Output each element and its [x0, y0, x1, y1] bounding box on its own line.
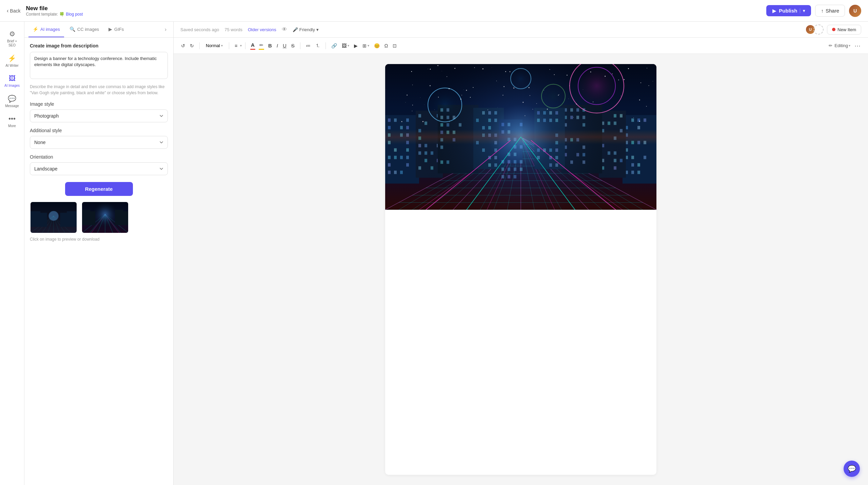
template-prefix: Content template:	[26, 12, 58, 17]
blog-post-link[interactable]: Blog post	[66, 12, 83, 17]
additional-style-label: Additional style	[30, 128, 168, 133]
text-color-underline	[250, 49, 255, 50]
file-info: New file Content template: 🍀 Blog post	[26, 5, 83, 17]
ai-writer-icon: ⚡	[8, 54, 16, 62]
tab-ai-images[interactable]: ⚡ AI images	[28, 22, 64, 37]
toolbar-sep-3	[245, 42, 245, 49]
toolbar-sep-2	[229, 42, 229, 49]
more-options-button[interactable]: ⋯	[852, 41, 863, 51]
doc-avatars: U	[805, 24, 824, 35]
text-style-dropdown[interactable]: Normal ▾	[203, 41, 225, 50]
tab-cc-images[interactable]: 🔍 CC images	[65, 22, 103, 37]
link-button[interactable]: 🔗	[329, 41, 339, 50]
special-char-button[interactable]: Ω	[382, 41, 390, 50]
media-chevron: ▾	[348, 44, 349, 47]
undo-button[interactable]: ↺	[179, 41, 187, 50]
create-image-title: Create image from description	[30, 43, 168, 48]
thumbnail-2[interactable]	[81, 201, 129, 234]
toolbar-sep-5	[326, 42, 326, 49]
sidebar-item-message[interactable]: 💬 Message	[2, 92, 22, 111]
orientation-select[interactable]: Landscape Portrait Square	[30, 162, 168, 175]
publish-button[interactable]: ▶ Publish ▾	[766, 5, 811, 16]
underline-button[interactable]: U	[281, 41, 289, 50]
brief-seo-icon: ⚙	[9, 30, 15, 38]
back-button[interactable]: ‹ Back	[7, 8, 20, 14]
sidebar-more-label: More	[8, 124, 16, 128]
italic-button[interactable]: I	[275, 41, 280, 50]
eye-icon[interactable]: 👁	[282, 26, 287, 33]
regenerate-button[interactable]: Regenerate	[65, 182, 133, 196]
prompt-hint: Describe the image in detail and then us…	[30, 84, 168, 96]
prompt-textarea[interactable]: Design a banner for a technology confere…	[30, 52, 168, 79]
header-right: ▶ Publish ▾ ↑ Share U	[766, 5, 861, 17]
more-toolbar-button[interactable]: ⊡	[391, 41, 399, 50]
editing-dropdown[interactable]: Editing ▾	[834, 43, 850, 48]
additional-style-select[interactable]: None Cinematic Vintage Dark Bright	[30, 136, 168, 149]
editing-chevron: ▾	[849, 44, 850, 47]
sidebar-item-more[interactable]: ••• More	[2, 112, 22, 131]
bullet-list-button[interactable]: ≔	[304, 41, 313, 50]
user-avatar[interactable]: U	[849, 5, 861, 17]
new-item-label: New Item	[837, 27, 856, 32]
toolbar-sep-4	[300, 42, 300, 49]
thumbnail-1[interactable]	[30, 201, 77, 234]
share-button[interactable]: ↑ Share	[815, 5, 845, 17]
text-color-a: A	[251, 42, 255, 49]
emoji-button[interactable]: 😊	[372, 41, 382, 50]
avatar-dashed	[813, 24, 824, 35]
redo-button[interactable]: ↻	[188, 41, 196, 50]
text-color-button[interactable]: A	[249, 40, 257, 51]
align-left-button[interactable]: ≡	[233, 41, 239, 50]
sidebar-message-label: Message	[5, 104, 19, 108]
panel-collapse-button[interactable]: ›	[162, 24, 169, 35]
top-header: ‹ Back New file Content template: 🍀 Blog…	[0, 0, 868, 22]
editor-canvas	[174, 54, 868, 485]
chat-bubble-button[interactable]: 💬	[844, 461, 860, 477]
tab-gifs-label: GIFs	[114, 27, 124, 32]
main-layout: ⚙ Brief + SEO ⚡ AI Writer 🖼 AI Images 💬 …	[0, 22, 868, 485]
older-versions-link[interactable]: Older versions	[248, 27, 276, 32]
file-title: New file	[26, 5, 83, 12]
highlight-underline	[259, 49, 264, 50]
toolbar-align-group: ≡ ▾	[233, 41, 242, 50]
highlight-button[interactable]: ✏	[257, 41, 265, 51]
toolbar-undo-group: ↺ ↻	[179, 41, 196, 50]
bold-button[interactable]: B	[266, 41, 274, 50]
media-button[interactable]: 🖼 ▾	[340, 41, 351, 50]
word-count: 75 words	[224, 27, 242, 32]
sidebar-item-brief-seo[interactable]: ⚙ Brief + SEO	[2, 27, 22, 50]
back-label: Back	[10, 8, 20, 14]
highlight-icon: ✏	[259, 42, 263, 49]
tab-cc-images-label: CC images	[77, 27, 99, 32]
sidebar-item-ai-images[interactable]: 🖼 AI Images	[2, 72, 22, 90]
play-media-button[interactable]: ▶	[352, 41, 360, 50]
editor-area: Saved seconds ago 75 words Older version…	[174, 22, 868, 485]
toolbar-right: ✏ Editing ▾ ⋯	[829, 41, 863, 51]
new-item-button[interactable]: New Item	[827, 25, 861, 35]
editing-status: ✏ Editing ▾	[829, 43, 850, 48]
sidebar-item-ai-writer[interactable]: ⚡ AI Writer	[2, 52, 22, 70]
doc-right: U New Item	[805, 24, 861, 35]
voice-label: Friendly	[299, 27, 315, 32]
strikethrough-button[interactable]: S	[289, 41, 297, 50]
panel-content: Create image from description Design a b…	[24, 38, 173, 485]
doc-bar: Saved seconds ago 75 words Older version…	[174, 22, 868, 38]
table-button[interactable]: ⊞ ▾	[360, 41, 371, 50]
voice-selector[interactable]: 🎤 Friendly ▾	[293, 27, 319, 32]
ai-images-icon: 🖼	[9, 75, 16, 82]
image-thumbnails	[30, 201, 168, 234]
toolbar-list-group: ≔ ⒈	[304, 41, 322, 50]
play-icon: ▶	[772, 8, 776, 14]
publish-dropdown-arrow: ▾	[800, 8, 805, 13]
mic-icon: 🎤	[293, 27, 298, 32]
toolbar-sep-1	[199, 42, 200, 49]
text-style-chevron: ▾	[221, 44, 223, 47]
cc-images-tab-icon: 🔍	[70, 26, 75, 32]
chat-icon: 💬	[848, 465, 856, 473]
tab-gifs[interactable]: ▶ GIFs	[104, 22, 128, 37]
file-subtitle: Content template: 🍀 Blog post	[26, 12, 83, 17]
pencil-icon: ✏	[829, 43, 832, 48]
image-style-select[interactable]: Photograph Digital Art Oil Painting Wate…	[30, 109, 168, 122]
editor-document	[385, 64, 656, 475]
ordered-list-button[interactable]: ⒈	[313, 41, 322, 50]
